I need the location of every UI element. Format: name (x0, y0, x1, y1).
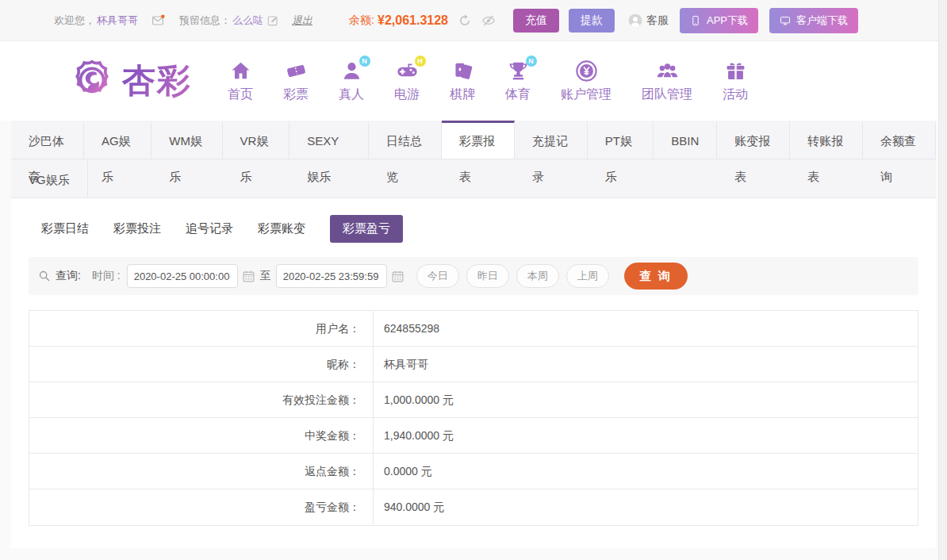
client-download-button[interactable]: 客户端下载 (769, 8, 858, 33)
app-download-button[interactable]: APP下载 (680, 8, 758, 33)
tab[interactable]: PT娱乐 (588, 121, 654, 159)
row-value: 杯具哥哥 (374, 347, 428, 382)
nav-item[interactable]: 彩票 (268, 59, 324, 103)
table-row: 昵称： 杯具哥哥 (29, 347, 918, 382)
table-row: 有效投注金额： 1,000.0000 元 (29, 382, 918, 418)
time-label: 时间 : (92, 269, 121, 283)
customer-service-link[interactable]: 客服 (627, 13, 669, 29)
end-date-input[interactable] (276, 264, 387, 288)
tab[interactable]: WM娱乐 (151, 121, 222, 159)
row-label: 昵称： (29, 347, 374, 382)
row-label: 有效投注金额： (29, 382, 374, 417)
tab[interactable]: AG娱乐 (84, 121, 151, 159)
report-card: 沙巴体育AG娱乐WM娱乐VR娱乐SEXY娱乐日结总览彩票报表充提记录PT娱乐BB… (11, 121, 936, 548)
tab[interactable]: BBIN (654, 121, 717, 159)
table-row: 盈亏金额： 940.0000 元 (29, 489, 918, 525)
nav-label: 活动 (723, 86, 748, 103)
nav-item[interactable]: 首页 (213, 59, 268, 103)
tab[interactable]: 充提记录 (515, 121, 588, 159)
quick-range-button[interactable]: 昨日 (466, 264, 509, 288)
subtab[interactable]: 彩票投注 (113, 215, 161, 243)
refresh-balance-icon[interactable] (458, 13, 472, 28)
nav-label: 首页 (228, 86, 253, 103)
logout-link[interactable]: 退出 (292, 13, 312, 28)
subtab[interactable]: 彩票盈亏 (330, 215, 403, 243)
quick-range-buttons: 今日昨日本周上周 (409, 264, 609, 288)
nav-item[interactable]: N 真人 (324, 59, 379, 103)
nav-item[interactable]: 活动 (707, 59, 763, 103)
row-value: 1,000.0000 元 (374, 382, 454, 417)
nav-label: 账户管理 (561, 86, 612, 103)
recharge-button[interactable]: 充值 (513, 9, 559, 33)
row-value: 0.0000 元 (374, 454, 432, 489)
topbar: 欢迎您，杯具哥哥 预留信息：么么哒 退出 余额: ¥2,061.3128 充值 … (0, 0, 947, 41)
quick-range-button[interactable]: 上周 (566, 264, 609, 288)
monitor-icon (780, 14, 791, 27)
query-submit-button[interactable]: 查 询 (624, 263, 688, 290)
profit-loss-table: 用户名： 624855298 昵称： 杯具哥哥 有效投注金额： 1,000.00… (29, 310, 918, 526)
row-label: 用户名： (29, 311, 374, 346)
row-label: 中奖金额： (29, 418, 374, 453)
row-value: 1,940.0000 元 (374, 418, 454, 453)
client-download-label: 客户端下载 (796, 13, 848, 28)
tab[interactable]: 账变报表 (717, 121, 790, 159)
logo-text: 杏彩 (122, 59, 192, 103)
nav-icon (724, 59, 747, 82)
tab[interactable]: VG娱乐 (11, 159, 88, 198)
site-logo[interactable]: 杏彩 (70, 59, 192, 103)
nav-label: 团队管理 (642, 86, 692, 103)
tab[interactable]: SEXY娱乐 (289, 121, 369, 159)
nav-icon (451, 59, 474, 82)
customer-service-icon (627, 13, 643, 29)
reserved-info-label: 预留信息： (179, 13, 231, 28)
subtab[interactable]: 彩票账变 (258, 215, 305, 243)
tab[interactable]: 彩票报表 (442, 121, 515, 159)
customer-service-label: 客服 (646, 13, 669, 28)
app-download-label: APP下载 (707, 13, 748, 28)
nav-label: 电游 (394, 86, 420, 103)
table-row: 用户名： 624855298 (29, 311, 918, 347)
nav-icon (575, 59, 598, 82)
tab[interactable]: VR娱乐 (223, 121, 290, 159)
row-value: 940.0000 元 (374, 489, 444, 525)
table-row: 返点金额： 0.0000 元 (29, 454, 918, 489)
subtab[interactable]: 彩票日结 (41, 215, 89, 243)
nav-badge: H (415, 56, 426, 67)
nav-icon (229, 59, 252, 82)
nav-item[interactable]: 棋牌 (435, 59, 490, 103)
calendar-icon-end[interactable] (391, 270, 404, 283)
subtab[interactable]: 追号记录 (186, 215, 233, 243)
logo-emblem-icon (70, 59, 114, 103)
nav-label: 棋牌 (450, 86, 475, 103)
edit-icon[interactable] (266, 14, 279, 27)
tab[interactable]: 余额查询 (863, 121, 936, 159)
nav-item[interactable]: 账户管理 (546, 59, 627, 103)
scrollbar[interactable] (938, 0, 947, 560)
withdraw-button[interactable]: 提款 (569, 9, 615, 33)
row-label: 盈亏金额： (29, 489, 374, 525)
balance-group: 余额: ¥2,061.3128 充值 提款 客服 APP下载 客户端下载 (349, 8, 858, 33)
quick-range-button[interactable]: 今日 (416, 264, 459, 288)
tab[interactable]: 沙巴体育 (11, 121, 84, 159)
nav-item[interactable]: N 体育 (490, 59, 546, 103)
report-tabs: 沙巴体育AG娱乐WM娱乐VR娱乐SEXY娱乐日结总览彩票报表充提记录PT娱乐BB… (11, 121, 936, 198)
table-row: 中奖金额： 1,940.0000 元 (29, 418, 918, 454)
start-date-input[interactable] (127, 264, 238, 288)
nav-item[interactable]: 团队管理 (627, 59, 707, 103)
lottery-subtabs: 彩票日结彩票投注追号记录彩票账变彩票盈亏 (11, 198, 936, 251)
tab[interactable]: 转账报表 (790, 121, 863, 159)
tab[interactable]: 日结总览 (369, 121, 442, 159)
hide-balance-icon[interactable] (481, 13, 496, 28)
calendar-icon-start[interactable] (242, 270, 255, 283)
nav-icon (285, 59, 308, 82)
nav-item[interactable]: H 电游 (379, 59, 435, 103)
header: 杏彩 首页 彩票 N (0, 41, 947, 121)
mail-icon[interactable] (149, 14, 167, 27)
quick-range-button[interactable]: 本周 (516, 264, 559, 288)
to-label: 至 (260, 269, 271, 283)
nav-badge: N (359, 56, 370, 67)
search-icon (38, 270, 51, 282)
reserved-info-value: 么么哒 (232, 13, 263, 28)
balance-value: ¥2,061.3128 (378, 13, 448, 28)
row-label: 返点金额： (29, 454, 374, 489)
